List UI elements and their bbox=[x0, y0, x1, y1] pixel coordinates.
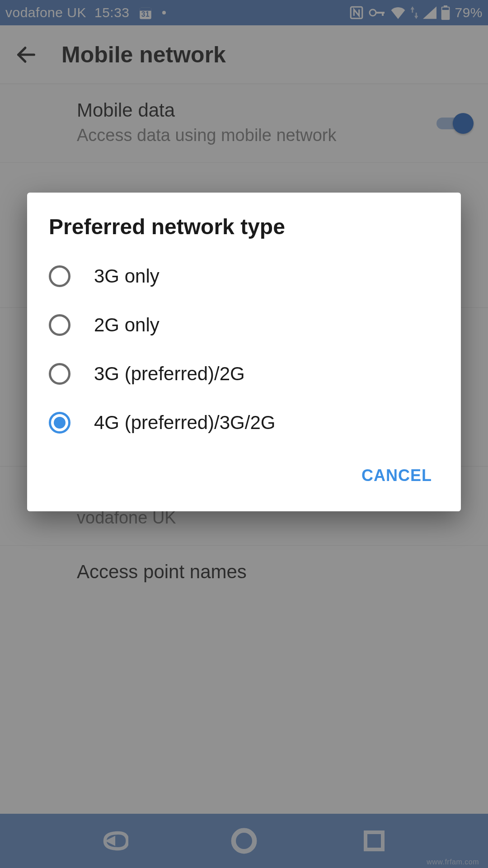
option-label: 2G only bbox=[94, 314, 160, 336]
radio-icon bbox=[49, 265, 70, 287]
option-4g-preferred[interactable]: 4G (preferred)/3G/2G bbox=[27, 398, 461, 447]
radio-icon bbox=[49, 363, 70, 385]
screen: vodafone UK 15:33 31 bbox=[0, 0, 488, 868]
option-3g-only[interactable]: 3G only bbox=[27, 252, 461, 301]
dialog-actions: CANCEL bbox=[27, 447, 461, 502]
option-3g-preferred[interactable]: 3G (preferred)/2G bbox=[27, 349, 461, 398]
option-2g-only[interactable]: 2G only bbox=[27, 301, 461, 349]
cancel-button[interactable]: CANCEL bbox=[352, 460, 441, 491]
option-label: 3G only bbox=[94, 265, 160, 287]
radio-checked-icon bbox=[49, 412, 70, 434]
dialog-title: Preferred network type bbox=[27, 214, 461, 252]
network-type-dialog: Preferred network type 3G only 2G only 3… bbox=[27, 193, 461, 511]
radio-icon bbox=[49, 314, 70, 336]
option-label: 3G (preferred)/2G bbox=[94, 363, 245, 385]
option-label: 4G (preferred)/3G/2G bbox=[94, 412, 275, 434]
